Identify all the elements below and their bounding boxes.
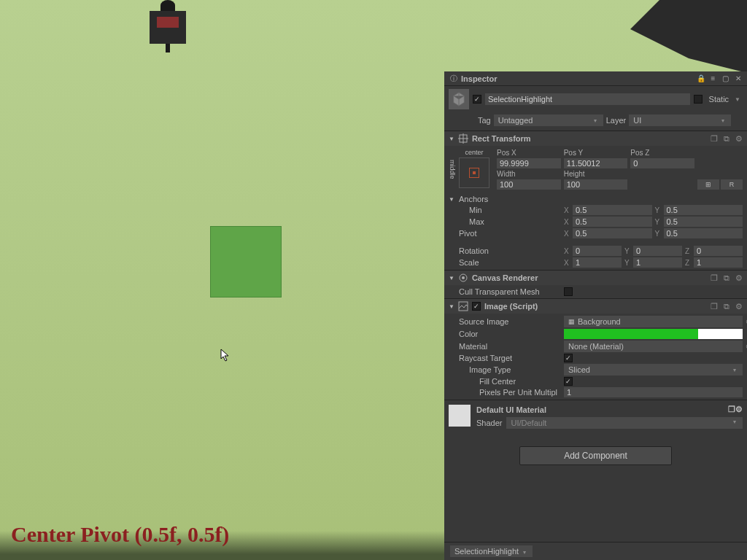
static-checkbox[interactable] [694, 95, 703, 104]
image-icon [458, 301, 468, 311]
rect-transform-icon [458, 133, 468, 144]
settings-icon[interactable]: ⚙ [735, 302, 743, 311]
fill-center-checkbox[interactable]: ✓ [564, 377, 573, 386]
inspector-footer: SelectionHighlight ▾ [444, 542, 747, 560]
scene-character [146, 0, 190, 55]
settings-icon[interactable]: ⚙ [735, 273, 743, 283]
posz-label: Pos Z [630, 149, 694, 157]
anchor-preset-h-label: center [456, 149, 492, 156]
anchor-max-label: Max [459, 217, 561, 226]
image-component: ▼ ✓ Image (Script) ❐ ⧉ ⚙ Source Image ▦B… [444, 298, 747, 400]
rotation-z[interactable]: 0 [694, 246, 743, 256]
blueprint-mode-button[interactable]: ⊞ [697, 179, 719, 190]
pivot-label: Pivot [459, 229, 561, 238]
image-title: Image (Script) [484, 302, 705, 311]
shader-dropdown[interactable]: UI/Default▾ [506, 417, 743, 429]
canvas-renderer-icon [458, 273, 468, 283]
shader-label: Shader [476, 419, 502, 427]
raw-edit-button[interactable]: R [721, 179, 743, 190]
color-label: Color [459, 330, 561, 338]
anchor-min-x[interactable]: 0.5 [573, 205, 652, 215]
source-image-field[interactable]: ▦Background ⊙ [564, 316, 743, 327]
rect-transform-component: ▼ Rect Transform ❐ ⧉ ⚙ middle center Pos… [444, 131, 747, 270]
material-section: Default UI Material ❐ ⚙ Shader UI/Defaul… [444, 400, 747, 433]
anchor-min-y[interactable]: 0.5 [664, 205, 743, 215]
breadcrumb[interactable]: SelectionHighlight ▾ [450, 545, 533, 557]
cull-mesh-label: Cull Transparent Mesh [459, 287, 561, 296]
rect-transform-title: Rect Transform [472, 134, 705, 143]
close-icon[interactable]: ✕ [733, 74, 743, 83]
menu-icon[interactable]: ≡ [708, 74, 718, 83]
preset-icon[interactable]: ⧉ [724, 134, 729, 144]
anchor-preset-button[interactable] [459, 158, 489, 188]
rotation-label: Rotation [459, 246, 561, 255]
anchor-max-y[interactable]: 0.5 [664, 217, 743, 227]
canvas-renderer-component: ▼ Canvas Renderer ❐ ⧉ ⚙ Cull Transparent… [444, 270, 747, 298]
settings-icon[interactable]: ⚙ [735, 134, 743, 144]
anchors-foldout[interactable]: ▼ [449, 196, 456, 203]
image-enabled-checkbox[interactable]: ✓ [472, 302, 481, 311]
selection-highlight-box[interactable] [210, 226, 282, 298]
layer-label: Layer [606, 116, 627, 125]
material-title: Default UI Material [476, 405, 546, 414]
color-field[interactable]: ✎ [564, 329, 743, 339]
anchor-preset-v-label: middle [449, 149, 456, 190]
material-field[interactable]: None (Material) ⊙ [564, 341, 743, 352]
rotation-y[interactable]: 0 [633, 246, 682, 256]
layer-dropdown[interactable]: UI▾ [629, 114, 731, 126]
help-icon[interactable]: ❐ [711, 134, 718, 144]
preset-icon[interactable]: ⧉ [724, 273, 729, 283]
tag-dropdown[interactable]: Untagged▾ [494, 114, 603, 126]
scale-x[interactable]: 1 [573, 257, 622, 268]
settings-icon[interactable]: ⚙ [735, 405, 743, 414]
ppu-label: Pixels Per Unit Multipl [459, 388, 561, 397]
posy-field[interactable]: 11.50012 [564, 158, 628, 168]
anchors-label: Anchors [459, 195, 561, 203]
scale-y[interactable]: 1 [633, 257, 682, 268]
width-field[interactable]: 100 [497, 179, 561, 190]
material-label: Material [459, 342, 561, 351]
source-image-label: Source Image [459, 317, 561, 326]
inspector-title: Inspector [461, 74, 498, 83]
add-component-button[interactable]: Add Component [519, 446, 672, 465]
raycast-checkbox[interactable]: ✓ [564, 354, 573, 362]
help-icon[interactable]: ❐ [711, 273, 718, 283]
svg-point-2 [462, 276, 465, 279]
posx-label: Pos X [497, 149, 561, 157]
cull-mesh-checkbox[interactable] [564, 287, 573, 296]
image-type-dropdown[interactable]: Sliced▾ [564, 364, 743, 376]
height-label: Height [564, 170, 628, 178]
maximize-icon[interactable]: ▢ [721, 74, 730, 83]
posz-field[interactable]: 0 [630, 158, 694, 168]
mouse-cursor [220, 349, 231, 363]
gameobject-enabled-checkbox[interactable]: ✓ [473, 95, 481, 104]
gameobject-icon[interactable] [449, 89, 469, 109]
inspector-panel: ⓘ Inspector 🔒 ≡ ▢ ✕ ✓ SelectionHighlight… [444, 71, 747, 560]
scale-label: Scale [459, 258, 561, 267]
pivot-y[interactable]: 0.5 [664, 228, 743, 238]
svg-rect-3 [459, 302, 468, 311]
height-field[interactable]: 100 [564, 179, 628, 190]
anchor-min-label: Min [459, 206, 561, 214]
caption-text: Center Pivot (0.5f, 0.5f) [11, 522, 229, 547]
help-icon[interactable]: ❐ [711, 302, 718, 311]
image-type-label: Image Type [459, 365, 561, 374]
lock-icon[interactable]: 🔒 [696, 74, 705, 83]
material-preview[interactable] [449, 405, 471, 427]
static-dropdown-arrow[interactable]: ▼ [732, 96, 743, 103]
help-icon[interactable]: ❐ [728, 405, 735, 414]
image-foldout[interactable]: ▼ [449, 303, 454, 310]
gameobject-name-field[interactable]: SelectionHighlight [485, 93, 690, 105]
canvas-renderer-foldout[interactable]: ▼ [449, 275, 454, 281]
pivot-x[interactable]: 0.5 [573, 228, 652, 238]
rotation-x[interactable]: 0 [573, 246, 622, 256]
canvas-renderer-title: Canvas Renderer [472, 273, 705, 282]
posx-field[interactable]: 99.9999 [497, 158, 561, 168]
width-label: Width [497, 170, 561, 178]
preset-icon[interactable]: ⧉ [724, 302, 729, 311]
ppu-field[interactable]: 1 [564, 387, 743, 397]
scene-terrain [601, 0, 747, 73]
rect-transform-foldout[interactable]: ▼ [449, 136, 454, 142]
scale-z[interactable]: 1 [694, 257, 743, 268]
anchor-max-x[interactable]: 0.5 [573, 217, 652, 227]
